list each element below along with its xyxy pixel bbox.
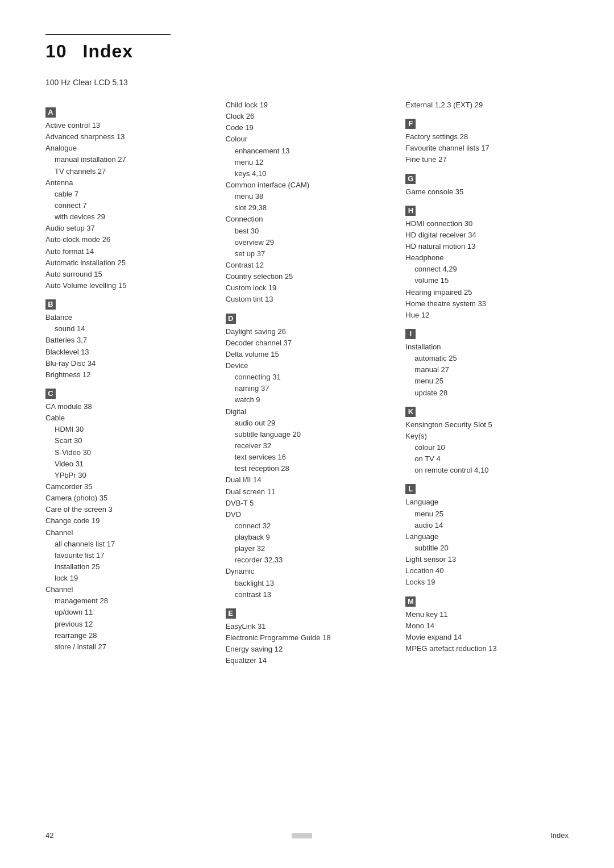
index-entry: volume 15 [405,275,569,286]
index-entry: Hue 12 [405,310,569,321]
index-entry: Analogue [45,143,209,154]
intro-line: 100 Hz Clear LCD 5,13 [45,78,569,87]
index-entry: watch 9 [226,394,389,406]
section-letter-H: H [405,206,416,216]
index-entry: Dual screen 11 [226,486,389,498]
footer-page-number: 42 [45,831,53,840]
section-letter-F: F [405,119,416,129]
index-entry: Advanced sharpness 13 [45,131,209,143]
index-entry: Antenna [45,177,209,189]
index-entry: all channels list 17 [45,539,209,550]
index-entry: EasyLink 31 [226,621,389,632]
index-entry: Favourite channel lists 17 [405,143,569,154]
index-entry: Device [226,360,389,372]
index-entry: subtitle language 20 [226,429,389,440]
index-entry: on TV 4 [405,453,569,465]
index-entry: with devices 29 [45,211,209,223]
index-entry: receiver 32 [226,440,389,452]
index-col-3: External 1,2,3 (EXT) 29FFactory settings… [405,99,569,666]
index-entry: Dynamic [226,566,389,577]
index-entry: Common interface (CAM) [226,180,389,191]
index-entry: Batteries 3,7 [45,335,209,346]
index-entry: overview 29 [226,237,389,248]
index-entry: Balance [45,312,209,323]
index-entry: connect 32 [226,520,389,532]
index-entry: player 32 [226,543,389,554]
index-entry: menu 38 [226,191,389,202]
index-entry: contrast 13 [226,589,389,600]
index-entry: Menu key 11 [405,609,569,620]
index-entry: connecting 31 [226,372,389,383]
index-entry: Key(s) [405,431,569,442]
section-letter-C: C [45,389,56,399]
index-entry: lock 19 [45,573,209,584]
index-entry: S-Video 30 [45,447,209,458]
index-entry: manual 27 [405,364,569,375]
index-entry: Energy saving 12 [226,644,389,655]
section-letter-G: G [405,174,416,184]
index-entry: Dual I/II 14 [226,474,389,486]
index-entry: Change code 19 [45,515,209,527]
index-entry: Delta volume 15 [226,349,389,360]
index-entry: Auto Volume levelling 15 [45,280,209,291]
index-entry: up/down 11 [45,607,209,618]
index-entry: Blu-ray Disc 34 [45,358,209,369]
index-entry: Location 40 [405,565,569,577]
index-entry: Brightness 12 [45,369,209,381]
page: 10 Index 100 Hz Clear LCD 5,13 AActive c… [0,0,614,868]
index-entry: TV channels 27 [45,166,209,177]
index-entry: MPEG artefact reduction 13 [405,643,569,654]
index-entry: menu 12 [226,157,389,168]
index-entry: Movie expand 14 [405,632,569,643]
index-entry: Fine tune 27 [405,154,569,165]
footer-section-name: Index [550,831,569,840]
index-entry: management 28 [45,595,209,607]
index-entry: HDMI 30 [45,424,209,435]
index-entry: HD digital receiver 34 [405,229,569,241]
section-letter-A: A [45,107,56,118]
index-entry: Factory settings 28 [405,131,569,143]
index-entry: playback 9 [226,532,389,543]
index-col-1: AActive control 13Advanced sharpness 13A… [45,99,226,666]
index-entry: recorder 32,33 [226,554,389,566]
index-columns: AActive control 13Advanced sharpness 13A… [45,99,569,666]
index-entry: Country selection 25 [226,271,389,282]
index-entry: Installation [405,341,569,353]
index-entry: Language [405,531,569,542]
index-entry: Headphone [405,252,569,264]
index-entry: Custom tint 13 [226,294,389,305]
index-entry: connect 7 [45,200,209,211]
index-entry: Channel [45,584,209,595]
index-entry: rearrange 28 [45,630,209,641]
index-entry: manual installation 27 [45,154,209,165]
index-entry: Digital [226,406,389,418]
index-entry: update 28 [405,387,569,399]
index-entry: naming 37 [226,383,389,394]
index-entry: Channel [45,527,209,539]
index-entry: CA module 38 [45,401,209,412]
index-entry: installation 25 [45,561,209,573]
index-entry: best 30 [226,226,389,237]
index-entry: DVD [226,509,389,520]
index-entry: Active control 13 [45,120,209,131]
index-entry: store / install 27 [45,641,209,653]
index-entry: Language [405,496,569,508]
index-entry: Custom lock 19 [226,282,389,294]
index-entry: Game console 35 [405,186,569,198]
index-entry: test reception 28 [226,463,389,474]
index-entry: Mono 14 [405,620,569,632]
index-entry: Contrast 12 [226,260,389,271]
index-entry: Audio setup 37 [45,223,209,234]
page-footer: 42 Index [45,831,569,840]
section-letter-K: K [405,407,416,417]
index-entry: Home theatre system 33 [405,298,569,310]
index-entry: Equalizer 14 [226,655,389,666]
section-letter-D: D [226,314,236,324]
index-entry: Code 19 [226,122,389,133]
index-entry: connect 4,29 [405,264,569,275]
index-entry: Electronic Programme Guide 18 [226,632,389,644]
index-entry: set up 37 [226,248,389,260]
index-entry: Decoder channel 37 [226,337,389,349]
index-entry: sound 14 [45,323,209,335]
index-entry: favourite list 17 [45,550,209,561]
